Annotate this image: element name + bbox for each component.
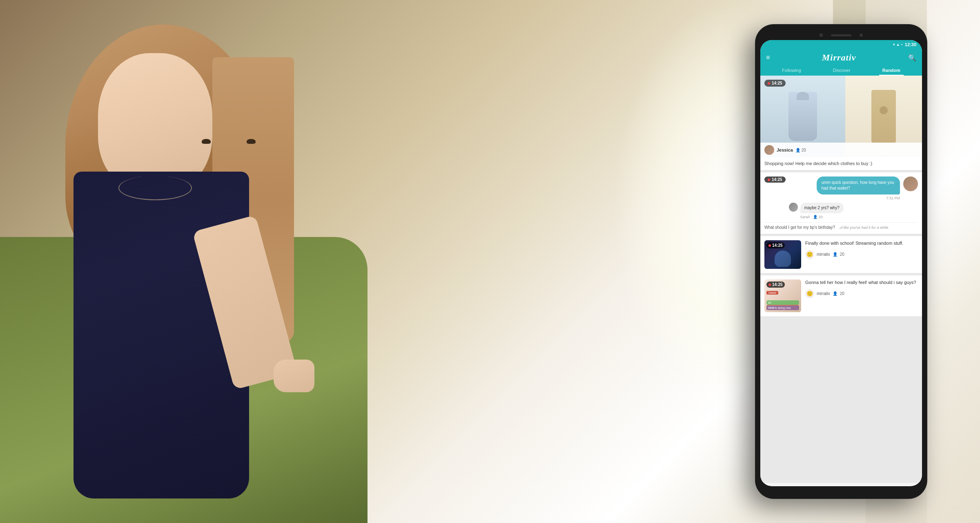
gaming-info: Finally done with school! Streaming rand… — [805, 240, 918, 259]
eye-right — [247, 139, 256, 144]
viewer-number-1: 20 — [802, 148, 806, 152]
viewer-number-2: 20 — [819, 215, 823, 219]
card4-footer: 🙂 mirrativ 👤 20 — [805, 289, 918, 298]
chat-layout: 14:25 umm quick question, how long have … — [764, 177, 918, 221]
front-camera — [820, 34, 823, 37]
phone-screen: ▾ ▲ ▪ 12:30 ≡ Mirrativ 🔍 Following Disco… — [760, 40, 922, 486]
viewer-icon-4: 👤 — [833, 291, 837, 296]
live-dot-2 — [768, 179, 770, 181]
stream-card-1[interactable]: 14:25 Jessica 👤 20 Shopping now! Help me… — [760, 76, 922, 170]
chat-messages-area: umm quick question, how long have you ha… — [789, 177, 900, 221]
card4-title: Gonna tell her how I really feel! what s… — [805, 279, 918, 286]
stream-info-1: Jessica 👤 20 — [760, 143, 922, 157]
gaming-time: 14:25 — [772, 243, 783, 248]
signal-icon: ▲ — [896, 42, 900, 47]
stream-desc-2: What should I get for my bp's birthday? — [764, 225, 835, 230]
gaming-thumbnail: 14:25 — [764, 240, 801, 269]
live-dot-4 — [768, 284, 771, 286]
live-badge-1: 14:25 — [764, 80, 786, 87]
live-badge-2: 14:25 — [764, 177, 786, 183]
game-character — [775, 250, 791, 267]
tab-following[interactable]: Following — [779, 66, 804, 76]
card4-badge: Dated — [766, 291, 778, 295]
gaming-streamer: mirrativ — [817, 252, 830, 257]
viewer-icon-2: 👤 — [813, 215, 817, 219]
live-dot-3 — [768, 244, 771, 247]
search-icon[interactable]: 🔍 — [908, 54, 916, 62]
chat-message-2: maybe 2 yrs? why? — [800, 203, 844, 213]
stream-thumbnail-1: 14:25 Jessica 👤 20 — [760, 76, 922, 157]
stream-time-2: 14:25 — [772, 177, 782, 182]
app-logo: Mirrativ — [822, 52, 856, 63]
gaming-live-badge: 14:25 — [766, 242, 785, 248]
viewer-icon: 👤 — [795, 148, 800, 152]
sensor — [860, 34, 863, 37]
status-time: 12:30 — [905, 42, 916, 47]
chat-time-2: Sarah 👤 20 — [800, 215, 900, 219]
viewer-count-1: 👤 20 — [795, 148, 806, 152]
feed-content: 14:25 Jessica 👤 20 Shopping now! Help me… — [760, 76, 922, 483]
phone-device: ▾ ▲ ▪ 12:30 ≡ Mirrativ 🔍 Following Disco… — [755, 25, 927, 498]
tied-outfit — [871, 90, 896, 143]
stream-card-4[interactable]: 14:25 Dated hello- all what is doing now… — [760, 275, 922, 316]
app-tabs: Following Discover Random — [766, 66, 916, 76]
live-indicator — [768, 82, 770, 85]
sender-name: Sarah — [800, 215, 810, 219]
wifi-icon: ▾ — [893, 42, 895, 47]
gaming-viewers: 20 — [840, 252, 844, 257]
header-row: ≡ Mirrativ 🔍 — [766, 52, 916, 63]
card4-overlay-3: what is doing now — [766, 306, 799, 310]
chat-sender-avatar — [789, 203, 798, 212]
battery-icon: ▪ — [901, 42, 902, 47]
chat-time-1: 7:31 PM — [789, 196, 900, 200]
stream-card-2[interactable]: 14:25 umm quick question, how long have … — [760, 172, 922, 234]
gaming-footer: 🙂 mirrativ 👤 20 — [805, 250, 918, 259]
eye-left — [202, 139, 211, 144]
card4-overlay-2: all — [766, 300, 799, 305]
right-avatar-1 — [903, 177, 918, 191]
phone-frame: ▾ ▲ ▪ 12:30 ≡ Mirrativ 🔍 Following Disco… — [755, 25, 927, 498]
card4-info: Gonna tell her how I really feel! what s… — [805, 279, 918, 298]
status-icons: ▾ ▲ ▪ — [893, 42, 902, 47]
card4-thumbnail: 14:25 Dated hello- all what is doing now — [764, 279, 801, 312]
streamer-name-1: Jessica — [777, 148, 793, 152]
stream-desc-1: Shopping now! Help me decide which cloth… — [760, 157, 922, 170]
card4-viewers: 20 — [840, 291, 844, 296]
menu-icon[interactable]: ≡ — [766, 54, 770, 61]
stream-card-3[interactable]: 14:25 Finally done with school! Streamin… — [760, 236, 922, 273]
smiley-icon: 🙂 — [805, 250, 814, 259]
person-eyes — [184, 139, 274, 144]
speaker — [831, 34, 851, 36]
status-bar: ▾ ▲ ▪ 12:30 — [760, 40, 922, 49]
streamer-avatar-1 — [764, 145, 774, 155]
app-header: ≡ Mirrativ 🔍 Following Discover Random — [760, 49, 922, 76]
person-face — [98, 53, 212, 192]
gaming-title: Finally done with school! Streaming rand… — [805, 240, 918, 246]
card4-time: 14:25 — [772, 282, 783, 287]
stream-time-1: 14:25 — [772, 81, 782, 85]
card4-live-badge: 14:25 — [766, 282, 785, 288]
overlap-text: ..d like you've had it for a while — [838, 226, 888, 230]
tab-discover[interactable]: Discover — [830, 66, 854, 76]
chat-message-1: umm quick question, how long have you ha… — [817, 177, 900, 194]
card4-smiley: 🙂 — [805, 289, 814, 298]
dress — [788, 92, 817, 141]
person-figure — [24, 25, 335, 494]
card4-streamer: mirrativ — [817, 291, 830, 296]
person-hand — [274, 360, 314, 392]
viewer-icon-3: 👤 — [833, 252, 837, 257]
chat-message-2-row: maybe 2 yrs? why? — [789, 203, 900, 213]
tab-random[interactable]: Random — [879, 66, 904, 76]
person-necklace — [118, 176, 192, 200]
